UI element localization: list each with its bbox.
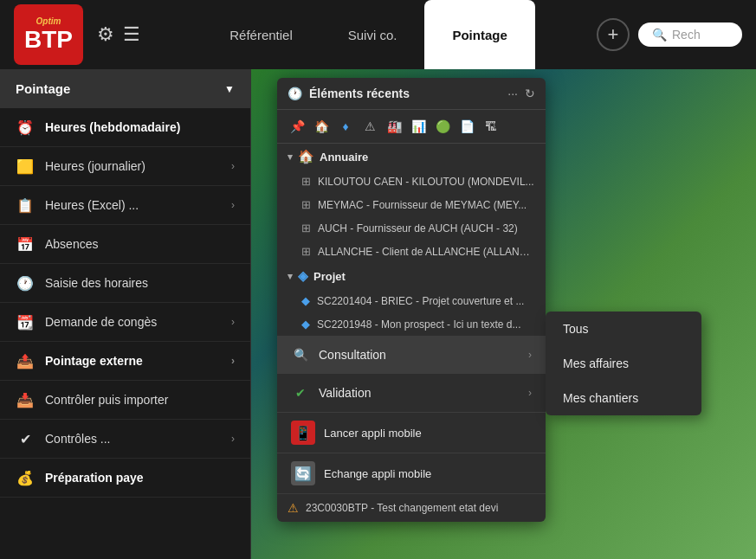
logo[interactable]: Optim BTP (14, 4, 83, 65)
tab-pointage[interactable]: Pointage (424, 0, 534, 69)
main-area: Pointage ▼ ⏰ Heures (hebdomadaire) 🟨 Heu… (0, 69, 756, 559)
item-text: KILOUTOU CAEN - KILOUTOU (MONDEVIL... (318, 176, 534, 188)
search-box[interactable]: 🔍 Rech (638, 22, 742, 47)
exchange-icon: 🔄 (291, 461, 315, 485)
tab-suivi[interactable]: Suivi co. (320, 0, 425, 69)
sidebar-item-saisie[interactable]: 🕐 Saisie des horaires (0, 264, 250, 303)
more-icon[interactable]: ··· (507, 87, 518, 100)
mobile-red-icon: 📱 (291, 421, 315, 445)
lancer-mobile-label: Lancer appli mobile (324, 427, 422, 440)
heures-excel-label: Heures (Excel) ... (45, 198, 139, 212)
projet-label: Projet (313, 270, 346, 283)
refresh-icon[interactable]: ↻ (525, 87, 535, 100)
recent-title: Éléments récents (309, 87, 501, 100)
item-text: AUCH - Fournisseur de AUCH (AUCH - 32) (318, 222, 518, 235)
sidebar-item-pointage-externe[interactable]: 📤 Pointage externe › (0, 342, 250, 381)
item-text: SC2201404 - BRIEC - Projet couverture et… (317, 295, 524, 307)
chart-icon[interactable]: 📊 (409, 117, 428, 136)
submenu-item-mes-affaires[interactable]: Mes affaires (546, 346, 701, 381)
validation-menu-item[interactable]: ✔ Validation › (277, 374, 546, 412)
validation-label: Validation (319, 386, 371, 400)
conges-icon: 📆 (16, 312, 35, 331)
top-nav: Référentiel Suivi co. Pointage (140, 0, 597, 69)
right-panel: 🕐 Éléments récents ··· ↻ 📌 🏠 ♦ ⚠ 🏭 📊 🟢 📄… (251, 69, 756, 559)
chevron-right-icon-2: › (528, 387, 532, 399)
item-text: SC2201948 - Mon prospect - Ici un texte … (317, 318, 520, 331)
submenu-item-tous[interactable]: Tous (546, 312, 701, 346)
list-item[interactable]: ⊞ MEYMAC - Fournisseur de MEYMAC (MEY... (277, 193, 546, 216)
warning-icon[interactable]: ⚠ (360, 117, 379, 136)
sidebar-item-paye[interactable]: 💰 Préparation paye (0, 459, 250, 498)
consultation-submenu: Tous Mes affaires Mes chantiers (546, 312, 701, 415)
list-item[interactable]: ⊞ AUCH - Fournisseur de AUCH (AUCH - 32) (277, 216, 546, 240)
circle-icon[interactable]: 🟢 (433, 117, 452, 136)
list-item[interactable]: ◆ SC2201948 - Mon prospect - Ici un text… (277, 312, 546, 336)
item-diamond-icon: ◆ (301, 318, 310, 331)
sidebar-item-controles[interactable]: ✔ Contrôles ... › (0, 420, 250, 459)
logo-optim-text: Optim (36, 16, 61, 26)
building-icon[interactable]: 🏭 (384, 117, 404, 136)
controler-importer-label: Contrôler puis importer (45, 393, 168, 407)
heures-journalier-icon: 🟨 (16, 157, 35, 176)
chevron-right-icon: › (528, 349, 532, 361)
list-item[interactable]: ◆ SC2201404 - BRIEC - Projet couverture … (277, 289, 546, 312)
sidebar: Pointage ▼ ⏰ Heures (hebdomadaire) 🟨 Heu… (0, 69, 251, 559)
bottom-notification[interactable]: ⚠ 23C0030BTP - Test changement etat devi (277, 493, 546, 522)
icon-toolbar: 📌 🏠 ♦ ⚠ 🏭 📊 🟢 📄 🏗 (277, 110, 546, 144)
annuaire-label: Annuaire (320, 151, 368, 164)
item-grid-icon: ⊞ (301, 222, 311, 235)
add-button[interactable]: + (597, 18, 630, 51)
chevron-right-icon-5: › (231, 433, 235, 445)
factory-icon[interactable]: 🏗 (481, 117, 501, 136)
controles-icon: ✔ (16, 429, 35, 448)
paye-label: Préparation paye (45, 471, 144, 485)
sidebar-item-conges[interactable]: 📆 Demande de congès › (0, 303, 250, 342)
home-icon[interactable]: 🏠 (312, 117, 331, 136)
recent-actions: ··· ↻ (507, 87, 535, 100)
tab-referentiel[interactable]: Référentiel (202, 0, 320, 69)
lancer-mobile-item[interactable]: 📱 Lancer appli mobile (277, 412, 546, 453)
logo-btp-text: BTP (24, 26, 73, 54)
projet-section-header[interactable]: ▾ ◈ Projet (277, 263, 546, 289)
heures-hebdo-label: Heures (hebdomadaire) (45, 120, 180, 134)
search-icon: 🔍 (652, 28, 667, 42)
sidebar-title: Pointage (16, 81, 70, 96)
chevron-right-icon-3: › (231, 316, 235, 328)
list-item[interactable]: ⊞ KILOUTOU CAEN - KILOUTOU (MONDEVIL... (277, 170, 546, 193)
item-grid-icon: ⊞ (301, 245, 311, 258)
pointage-externe-label: Pointage externe (45, 354, 143, 368)
echange-mobile-item[interactable]: 🔄 Echange appli mobile (277, 453, 546, 493)
bottom-text: 23C0030BTP - Test changement etat devi (306, 502, 498, 514)
sidebar-header[interactable]: Pointage ▼ (0, 69, 250, 108)
conges-label: Demande de congès (45, 315, 157, 329)
echange-mobile-label: Echange appli mobile (324, 467, 431, 480)
chevron-right-icon: › (231, 160, 235, 172)
saisie-icon: 🕐 (16, 273, 35, 292)
sidebar-item-controler-importer[interactable]: 📥 Contrôler puis importer (0, 381, 250, 420)
recent-panel: 🕐 Éléments récents ··· ↻ 📌 🏠 ♦ ⚠ 🏭 📊 🟢 📄… (277, 78, 546, 522)
list-item[interactable]: ⊞ ALLANCHE - Client de ALLANCHE (ALLANC.… (277, 240, 546, 263)
item-text: ALLANCHE - Client de ALLANCHE (ALLANC... (318, 246, 535, 258)
submenu-item-mes-chantiers[interactable]: Mes chantiers (546, 381, 701, 415)
annuaire-section-header[interactable]: ▾ 🏠 Annuaire (277, 144, 546, 170)
annuaire-icon: 🏠 (298, 149, 314, 164)
sidebar-item-heures-journalier[interactable]: 🟨 Heures (journalier) › (0, 147, 250, 186)
pin-icon[interactable]: 📌 (288, 117, 307, 136)
item-grid-icon: ⊞ (301, 175, 311, 188)
chevron-right-icon-4: › (231, 355, 235, 367)
menu-icon[interactable]: ☰ (123, 23, 140, 46)
doc-icon[interactable]: 📄 (457, 117, 476, 136)
sidebar-item-heures-excel[interactable]: 📋 Heures (Excel) ... › (0, 186, 250, 225)
consultation-menu-item[interactable]: 🔍 Consultation › (277, 336, 546, 374)
item-text: MEYMAC - Fournisseur de MEYMAC (MEY... (318, 199, 527, 211)
projet-icon: ◈ (298, 268, 308, 284)
heures-journalier-label: Heures (journalier) (45, 159, 145, 173)
gear-icon[interactable]: ⚙ (97, 23, 114, 46)
recent-panel-header: 🕐 Éléments récents ··· ↻ (277, 78, 546, 110)
item-diamond-icon: ◆ (301, 294, 310, 307)
sidebar-item-absences[interactable]: 📅 Absences (0, 225, 250, 264)
consultation-label: Consultation (319, 348, 386, 362)
search-icon: 🔍 (291, 345, 310, 364)
sidebar-item-heures-hebdo[interactable]: ⏰ Heures (hebdomadaire) (0, 108, 250, 147)
diamond-icon[interactable]: ♦ (336, 117, 355, 136)
